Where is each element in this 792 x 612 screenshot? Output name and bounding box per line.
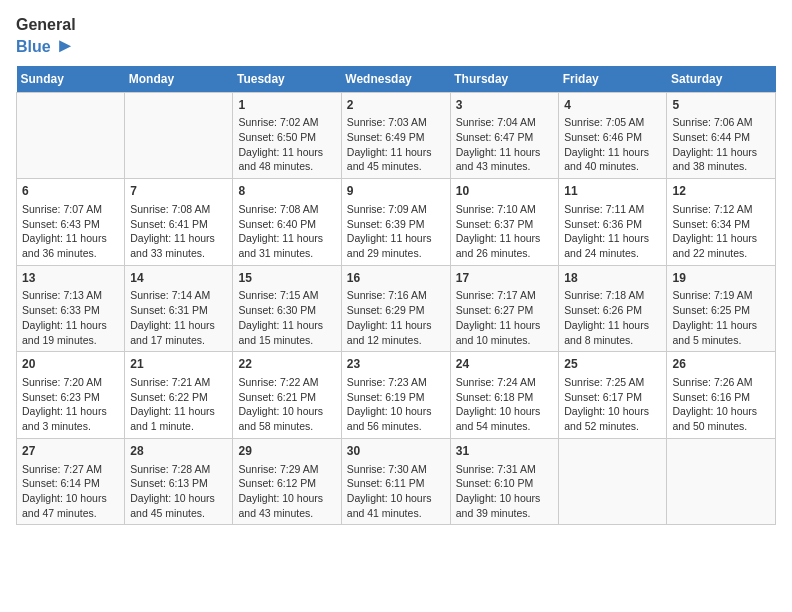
- day-number: 25: [564, 356, 661, 373]
- day-number: 23: [347, 356, 445, 373]
- cell-content: Sunrise: 7:11 AM Sunset: 6:36 PM Dayligh…: [564, 202, 661, 261]
- calendar-cell: 13Sunrise: 7:13 AM Sunset: 6:33 PM Dayli…: [17, 265, 125, 352]
- day-number: 24: [456, 356, 554, 373]
- day-number: 31: [456, 443, 554, 460]
- day-number: 6: [22, 183, 119, 200]
- cell-content: Sunrise: 7:30 AM Sunset: 6:11 PM Dayligh…: [347, 462, 445, 521]
- calendar-cell: 20Sunrise: 7:20 AM Sunset: 6:23 PM Dayli…: [17, 352, 125, 439]
- cell-content: Sunrise: 7:20 AM Sunset: 6:23 PM Dayligh…: [22, 375, 119, 434]
- cell-content: Sunrise: 7:22 AM Sunset: 6:21 PM Dayligh…: [238, 375, 335, 434]
- calendar-cell: 21Sunrise: 7:21 AM Sunset: 6:22 PM Dayli…: [125, 352, 233, 439]
- cell-content: Sunrise: 7:18 AM Sunset: 6:26 PM Dayligh…: [564, 288, 661, 347]
- calendar-cell: 16Sunrise: 7:16 AM Sunset: 6:29 PM Dayli…: [341, 265, 450, 352]
- calendar-cell: 9Sunrise: 7:09 AM Sunset: 6:39 PM Daylig…: [341, 179, 450, 266]
- day-number: 15: [238, 270, 335, 287]
- day-number: 4: [564, 97, 661, 114]
- cell-content: Sunrise: 7:04 AM Sunset: 6:47 PM Dayligh…: [456, 115, 554, 174]
- logo-text: General Blue ►: [16, 16, 76, 56]
- day-of-week-header: Thursday: [450, 66, 559, 93]
- cell-content: Sunrise: 7:21 AM Sunset: 6:22 PM Dayligh…: [130, 375, 227, 434]
- cell-content: Sunrise: 7:23 AM Sunset: 6:19 PM Dayligh…: [347, 375, 445, 434]
- calendar-cell: 7Sunrise: 7:08 AM Sunset: 6:41 PM Daylig…: [125, 179, 233, 266]
- day-number: 20: [22, 356, 119, 373]
- cell-content: Sunrise: 7:25 AM Sunset: 6:17 PM Dayligh…: [564, 375, 661, 434]
- calendar-cell: 15Sunrise: 7:15 AM Sunset: 6:30 PM Dayli…: [233, 265, 341, 352]
- calendar-cell: 22Sunrise: 7:22 AM Sunset: 6:21 PM Dayli…: [233, 352, 341, 439]
- calendar-cell: 5Sunrise: 7:06 AM Sunset: 6:44 PM Daylig…: [667, 92, 776, 179]
- cell-content: Sunrise: 7:10 AM Sunset: 6:37 PM Dayligh…: [456, 202, 554, 261]
- day-of-week-header: Tuesday: [233, 66, 341, 93]
- calendar-header: SundayMondayTuesdayWednesdayThursdayFrid…: [17, 66, 776, 93]
- calendar-cell: [559, 438, 667, 525]
- day-number: 19: [672, 270, 770, 287]
- day-number: 13: [22, 270, 119, 287]
- calendar-cell: 24Sunrise: 7:24 AM Sunset: 6:18 PM Dayli…: [450, 352, 559, 439]
- cell-content: Sunrise: 7:13 AM Sunset: 6:33 PM Dayligh…: [22, 288, 119, 347]
- calendar-body: 1Sunrise: 7:02 AM Sunset: 6:50 PM Daylig…: [17, 92, 776, 525]
- day-number: 22: [238, 356, 335, 373]
- day-number: 29: [238, 443, 335, 460]
- day-number: 7: [130, 183, 227, 200]
- cell-content: Sunrise: 7:16 AM Sunset: 6:29 PM Dayligh…: [347, 288, 445, 347]
- day-number: 3: [456, 97, 554, 114]
- calendar-cell: 23Sunrise: 7:23 AM Sunset: 6:19 PM Dayli…: [341, 352, 450, 439]
- cell-content: Sunrise: 7:02 AM Sunset: 6:50 PM Dayligh…: [238, 115, 335, 174]
- day-number: 12: [672, 183, 770, 200]
- day-number: 30: [347, 443, 445, 460]
- day-of-week-header: Monday: [125, 66, 233, 93]
- calendar-cell: 17Sunrise: 7:17 AM Sunset: 6:27 PM Dayli…: [450, 265, 559, 352]
- page-header: General Blue ►: [16, 16, 776, 56]
- day-of-week-header: Wednesday: [341, 66, 450, 93]
- day-number: 26: [672, 356, 770, 373]
- day-of-week-header: Friday: [559, 66, 667, 93]
- cell-content: Sunrise: 7:31 AM Sunset: 6:10 PM Dayligh…: [456, 462, 554, 521]
- day-number: 17: [456, 270, 554, 287]
- day-number: 16: [347, 270, 445, 287]
- calendar-cell: 25Sunrise: 7:25 AM Sunset: 6:17 PM Dayli…: [559, 352, 667, 439]
- calendar-cell: 27Sunrise: 7:27 AM Sunset: 6:14 PM Dayli…: [17, 438, 125, 525]
- cell-content: Sunrise: 7:09 AM Sunset: 6:39 PM Dayligh…: [347, 202, 445, 261]
- calendar-cell: 18Sunrise: 7:18 AM Sunset: 6:26 PM Dayli…: [559, 265, 667, 352]
- day-number: 5: [672, 97, 770, 114]
- cell-content: Sunrise: 7:07 AM Sunset: 6:43 PM Dayligh…: [22, 202, 119, 261]
- cell-content: Sunrise: 7:27 AM Sunset: 6:14 PM Dayligh…: [22, 462, 119, 521]
- day-number: 10: [456, 183, 554, 200]
- calendar-cell: 10Sunrise: 7:10 AM Sunset: 6:37 PM Dayli…: [450, 179, 559, 266]
- cell-content: Sunrise: 7:08 AM Sunset: 6:40 PM Dayligh…: [238, 202, 335, 261]
- calendar-cell: 6Sunrise: 7:07 AM Sunset: 6:43 PM Daylig…: [17, 179, 125, 266]
- logo: General Blue ►: [16, 16, 76, 56]
- cell-content: Sunrise: 7:26 AM Sunset: 6:16 PM Dayligh…: [672, 375, 770, 434]
- calendar-week-row: 13Sunrise: 7:13 AM Sunset: 6:33 PM Dayli…: [17, 265, 776, 352]
- calendar-cell: 28Sunrise: 7:28 AM Sunset: 6:13 PM Dayli…: [125, 438, 233, 525]
- day-number: 11: [564, 183, 661, 200]
- calendar-table: SundayMondayTuesdayWednesdayThursdayFrid…: [16, 66, 776, 526]
- cell-content: Sunrise: 7:28 AM Sunset: 6:13 PM Dayligh…: [130, 462, 227, 521]
- cell-content: Sunrise: 7:29 AM Sunset: 6:12 PM Dayligh…: [238, 462, 335, 521]
- calendar-cell: 8Sunrise: 7:08 AM Sunset: 6:40 PM Daylig…: [233, 179, 341, 266]
- calendar-cell: 29Sunrise: 7:29 AM Sunset: 6:12 PM Dayli…: [233, 438, 341, 525]
- day-number: 9: [347, 183, 445, 200]
- cell-content: Sunrise: 7:05 AM Sunset: 6:46 PM Dayligh…: [564, 115, 661, 174]
- calendar-cell: 2Sunrise: 7:03 AM Sunset: 6:49 PM Daylig…: [341, 92, 450, 179]
- cell-content: Sunrise: 7:24 AM Sunset: 6:18 PM Dayligh…: [456, 375, 554, 434]
- day-number: 2: [347, 97, 445, 114]
- day-number: 14: [130, 270, 227, 287]
- calendar-cell: 31Sunrise: 7:31 AM Sunset: 6:10 PM Dayli…: [450, 438, 559, 525]
- cell-content: Sunrise: 7:15 AM Sunset: 6:30 PM Dayligh…: [238, 288, 335, 347]
- calendar-cell: 3Sunrise: 7:04 AM Sunset: 6:47 PM Daylig…: [450, 92, 559, 179]
- calendar-week-row: 1Sunrise: 7:02 AM Sunset: 6:50 PM Daylig…: [17, 92, 776, 179]
- calendar-cell: 12Sunrise: 7:12 AM Sunset: 6:34 PM Dayli…: [667, 179, 776, 266]
- day-number: 18: [564, 270, 661, 287]
- calendar-cell: 4Sunrise: 7:05 AM Sunset: 6:46 PM Daylig…: [559, 92, 667, 179]
- calendar-cell: 14Sunrise: 7:14 AM Sunset: 6:31 PM Dayli…: [125, 265, 233, 352]
- calendar-cell: [125, 92, 233, 179]
- cell-content: Sunrise: 7:06 AM Sunset: 6:44 PM Dayligh…: [672, 115, 770, 174]
- calendar-cell: 26Sunrise: 7:26 AM Sunset: 6:16 PM Dayli…: [667, 352, 776, 439]
- calendar-cell: 1Sunrise: 7:02 AM Sunset: 6:50 PM Daylig…: [233, 92, 341, 179]
- cell-content: Sunrise: 7:12 AM Sunset: 6:34 PM Dayligh…: [672, 202, 770, 261]
- day-number: 1: [238, 97, 335, 114]
- cell-content: Sunrise: 7:08 AM Sunset: 6:41 PM Dayligh…: [130, 202, 227, 261]
- cell-content: Sunrise: 7:03 AM Sunset: 6:49 PM Dayligh…: [347, 115, 445, 174]
- calendar-cell: 19Sunrise: 7:19 AM Sunset: 6:25 PM Dayli…: [667, 265, 776, 352]
- cell-content: Sunrise: 7:17 AM Sunset: 6:27 PM Dayligh…: [456, 288, 554, 347]
